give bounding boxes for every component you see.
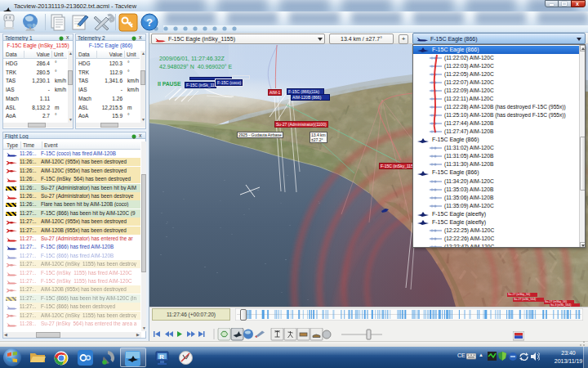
svg-text:?: ? <box>146 16 153 29</box>
svg-text:R: R <box>159 353 164 361</box>
